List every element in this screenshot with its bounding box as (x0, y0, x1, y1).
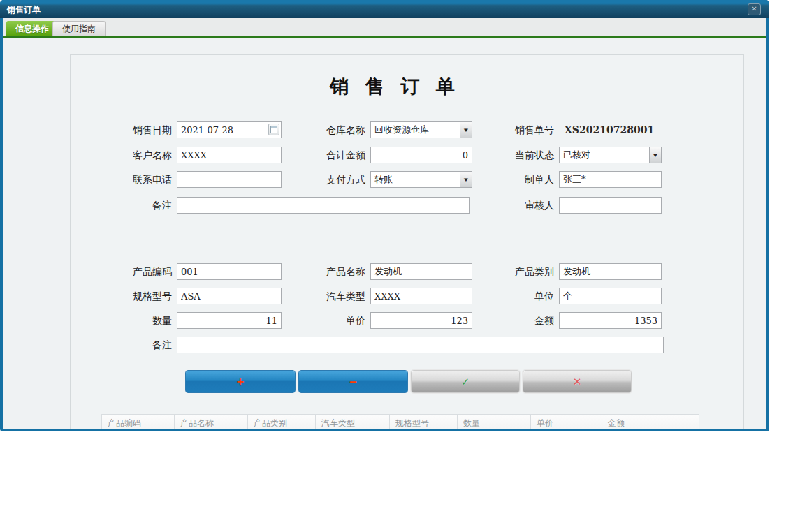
minus-icon: − (349, 376, 358, 388)
status-label: 当前状态 (450, 147, 554, 163)
check-icon: ✓ (461, 376, 470, 388)
total-amount-label: 合计金额 (268, 147, 365, 163)
window-titlebar[interactable]: 销售订单 ✕ (0, 0, 769, 18)
window-body: 信息操作 使用指南 销 售 订 单 销售日期 仓库名称 回收资源仓库 ▼ 销售单… (3, 18, 766, 429)
tab-info-operation[interactable]: 信息操作 (6, 21, 58, 36)
page: 销售订单 ✕ 信息操作 使用指南 销 售 订 单 销售日期 仓库名称 回收资源仓… (0, 0, 793, 532)
add-row-button[interactable]: + (185, 370, 296, 393)
sale-date-input[interactable] (177, 121, 282, 138)
payment-label: 支付方式 (268, 171, 365, 188)
grid-header-amount[interactable]: 金额 (602, 414, 669, 429)
product-name-label: 产品名称 (268, 263, 365, 280)
detail-grid-header: 产品编码 产品名称 产品类别 汽车类型 规格型号 数量 单价 金额 (101, 414, 699, 429)
quantity-label: 数量 (45, 312, 172, 329)
spec-input[interactable] (177, 288, 282, 304)
grid-header-spec[interactable]: 规格型号 (390, 414, 458, 429)
spec-label: 规格型号 (45, 288, 172, 304)
maker-label: 制单人 (450, 171, 554, 188)
cancel-button[interactable]: ✕ (523, 370, 632, 393)
grid-header-quantity[interactable]: 数量 (458, 414, 531, 429)
product-remark-label: 备注 (45, 337, 172, 353)
maker-input[interactable] (559, 171, 662, 188)
grid-header-empty[interactable] (669, 414, 699, 429)
grid-header-car-type[interactable]: 汽车类型 (316, 414, 390, 429)
product-category-label: 产品类别 (450, 263, 554, 280)
car-type-label: 汽车类型 (268, 288, 365, 304)
status-value: 已核对 (563, 149, 590, 161)
form-title: 销 售 订 单 (70, 74, 720, 99)
auditor-input[interactable] (559, 197, 662, 214)
chevron-down-icon: ▼ (652, 148, 659, 163)
remark-label: 备注 (45, 197, 172, 214)
grid-header-product-code[interactable]: 产品编码 (101, 414, 175, 429)
unit-label: 单位 (450, 288, 554, 304)
unit-input[interactable] (559, 288, 662, 304)
sale-date-label: 销售日期 (45, 121, 172, 138)
auditor-label: 审核人 (450, 197, 554, 214)
grid-header-product-name[interactable]: 产品名称 (175, 414, 248, 429)
tab-strip: 信息操作 使用指南 (3, 18, 766, 38)
payment-value: 转账 (374, 173, 393, 186)
product-category-input[interactable] (559, 263, 662, 280)
phone-input[interactable] (177, 171, 282, 188)
window-title: 销售订单 (7, 4, 41, 16)
status-dropdown-button[interactable]: ▼ (649, 147, 661, 163)
unit-price-label: 单价 (268, 312, 365, 329)
product-code-label: 产品编码 (45, 263, 172, 280)
confirm-button[interactable]: ✓ (411, 370, 520, 393)
sales-order-window: 销售订单 ✕ 信息操作 使用指南 销 售 订 单 销售日期 仓库名称 回收资源仓… (0, 0, 769, 431)
product-remark-input[interactable] (177, 337, 664, 353)
status-select[interactable]: 已核对 ▼ (559, 147, 662, 163)
grid-header-product-category[interactable]: 产品类别 (248, 414, 316, 429)
phone-label: 联系电话 (45, 171, 172, 188)
amount-input[interactable] (559, 312, 662, 329)
quantity-input[interactable] (177, 312, 282, 329)
order-no-value: XS20210728001 (565, 121, 654, 138)
grid-header-unit-price[interactable]: 单价 (531, 414, 602, 429)
warehouse-label: 仓库名称 (268, 121, 365, 138)
product-code-input[interactable] (177, 263, 282, 280)
x-icon: ✕ (573, 376, 582, 388)
customer-label: 客户名称 (45, 147, 172, 163)
warehouse-value: 回收资源仓库 (374, 124, 429, 136)
order-no-label: 销售单号 (450, 121, 554, 138)
tab-usage-guide[interactable]: 使用指南 (52, 21, 106, 36)
amount-label: 金额 (450, 312, 554, 329)
customer-input[interactable] (177, 147, 282, 163)
close-icon[interactable]: ✕ (748, 3, 761, 15)
remark-input[interactable] (177, 197, 470, 214)
remove-row-button[interactable]: − (298, 370, 408, 393)
plus-icon: + (236, 376, 245, 388)
